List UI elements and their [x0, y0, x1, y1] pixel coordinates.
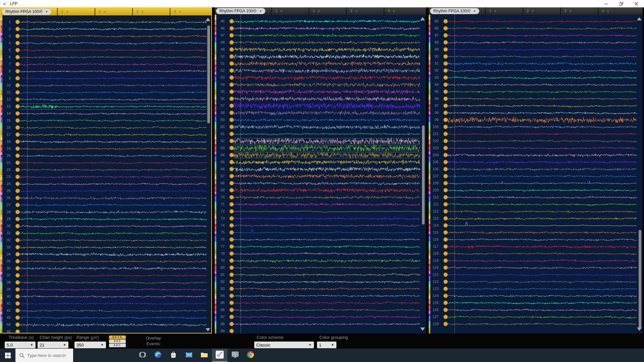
channel-enable-button[interactable] [229, 174, 234, 178]
stream-selector[interactable]: Rhythm FPGA 100/0▼ [430, 8, 479, 14]
channel-enable-button[interactable] [443, 118, 448, 122]
channel-enable-button[interactable] [15, 41, 20, 45]
channel-enable-button[interactable] [229, 47, 234, 52]
channel-enable-button[interactable] [229, 244, 234, 249]
channel-enable-button[interactable] [15, 83, 20, 87]
channel-enable-button[interactable] [15, 210, 20, 214]
channel-enable-button[interactable] [443, 301, 448, 305]
channel-enable-button[interactable] [15, 182, 20, 186]
channel-enable-button[interactable] [443, 139, 448, 143]
channel-enable-button[interactable] [443, 322, 448, 326]
channel-enable-button[interactable] [443, 26, 448, 31]
stream-selector[interactable]: Rhythm FPGA 100/0▼ [2, 9, 51, 15]
panel-scrollbar-thumb[interactable] [639, 230, 641, 329]
channel-enable-button[interactable] [229, 315, 234, 319]
channel-enable-button[interactable] [229, 33, 234, 38]
channel-enable-button[interactable] [15, 132, 20, 137]
channel-enable-button[interactable] [15, 203, 20, 207]
channel-enable-button[interactable] [443, 97, 448, 101]
channel-enable-button[interactable] [443, 75, 448, 80]
channel-enable-button[interactable] [15, 146, 20, 151]
channel-type-aux-button[interactable]: AUX [109, 340, 126, 343]
taskbar-icon-mail[interactable] [181, 349, 197, 362]
channel-enable-button[interactable] [229, 54, 234, 59]
channel-enable-button[interactable] [15, 245, 20, 249]
channel-enable-button[interactable] [15, 168, 20, 172]
taskbar-icon-task-view[interactable] [135, 349, 150, 362]
channel-enable-button[interactable] [15, 55, 20, 59]
channel-enable-button[interactable] [229, 118, 234, 122]
channel-enable-button[interactable] [229, 258, 234, 263]
channel-enable-button[interactable] [229, 308, 234, 312]
start-button[interactable] [0, 349, 15, 362]
timebase-select[interactable]: 5.0▼ [5, 342, 36, 348]
taskbar-icon-lfp-monitor[interactable] [227, 349, 243, 362]
range-select[interactable]: 350▼ [74, 342, 106, 348]
channel-enable-button[interactable] [229, 146, 234, 150]
taskbar-icon-store[interactable] [166, 349, 181, 362]
channel-enable-button[interactable] [229, 125, 234, 129]
stream-selector[interactable]: Rhythm FPGA 100/0▼ [216, 8, 265, 14]
channel-enable-button[interactable] [15, 62, 20, 66]
channel-enable-button[interactable] [229, 216, 234, 221]
channel-enable-button[interactable] [229, 251, 234, 256]
scroll-down-icon[interactable] [420, 327, 425, 331]
channel-enable-button[interactable] [229, 75, 234, 80]
channel-enable-button[interactable] [229, 40, 234, 45]
channel-enable-button[interactable] [229, 82, 234, 87]
color-grouping-select[interactable]: 1▼ [317, 342, 336, 348]
channel-enable-button[interactable] [443, 209, 448, 214]
channel-enable-button[interactable] [443, 202, 448, 206]
taskbar-icon-chrome[interactable] [243, 349, 258, 362]
chan-height-select[interactable]: 21▼ [38, 342, 68, 348]
channel-enable-button[interactable] [229, 237, 234, 242]
channel-enable-button[interactable] [443, 294, 448, 298]
channel-enable-button[interactable] [15, 294, 20, 299]
channel-enable-button[interactable] [229, 223, 234, 228]
channel-enable-button[interactable] [229, 209, 234, 214]
channel-enable-button[interactable] [443, 174, 448, 178]
channel-enable-button[interactable] [443, 47, 448, 52]
channel-enable-button[interactable] [15, 34, 20, 38]
channel-enable-button[interactable] [15, 139, 20, 144]
taskbar-search[interactable] [15, 349, 73, 362]
channel-enable-button[interactable] [229, 19, 234, 23]
channel-enable-button[interactable] [229, 230, 234, 235]
channel-type-data-button[interactable]: DATA [109, 336, 126, 339]
channel-enable-button[interactable] [443, 33, 448, 38]
channel-enable-button[interactable] [229, 97, 234, 101]
channel-enable-button[interactable] [229, 68, 234, 73]
channel-enable-button[interactable] [229, 132, 234, 136]
channel-enable-button[interactable] [229, 26, 234, 31]
channel-enable-button[interactable] [229, 181, 234, 185]
channel-enable-button[interactable] [15, 308, 20, 313]
channel-enable-button[interactable] [15, 97, 20, 102]
channel-enable-button[interactable] [229, 329, 234, 333]
channel-enable-button[interactable] [15, 231, 20, 235]
channel-enable-button[interactable] [443, 308, 448, 312]
channel-enable-button[interactable] [443, 68, 448, 73]
channel-enable-button[interactable] [443, 125, 448, 129]
channel-enable-button[interactable] [15, 252, 20, 256]
color-scheme-select[interactable]: Classic▼ [254, 342, 314, 348]
channel-enable-button[interactable] [229, 195, 234, 199]
restore-button[interactable] [614, 0, 629, 7]
channel-enable-button[interactable] [15, 189, 20, 193]
channel-enable-button[interactable] [443, 258, 448, 263]
channel-enable-button[interactable] [443, 89, 448, 94]
channel-enable-button[interactable] [443, 40, 448, 45]
channel-enable-button[interactable] [443, 251, 448, 256]
channel-enable-button[interactable] [229, 160, 234, 164]
channel-enable-button[interactable] [15, 238, 20, 242]
channel-enable-button[interactable] [15, 111, 20, 116]
channel-enable-button[interactable] [443, 111, 448, 115]
channel-enable-button[interactable] [443, 82, 448, 87]
channel-enable-button[interactable] [229, 104, 234, 108]
channel-enable-button[interactable] [229, 265, 234, 270]
channel-enable-button[interactable] [229, 153, 234, 157]
channel-enable-button[interactable] [229, 89, 234, 94]
channel-enable-button[interactable] [15, 76, 20, 80]
taskbar-icon-edge[interactable] [150, 349, 166, 362]
channel-enable-button[interactable] [15, 196, 20, 200]
channel-enable-button[interactable] [15, 266, 20, 270]
